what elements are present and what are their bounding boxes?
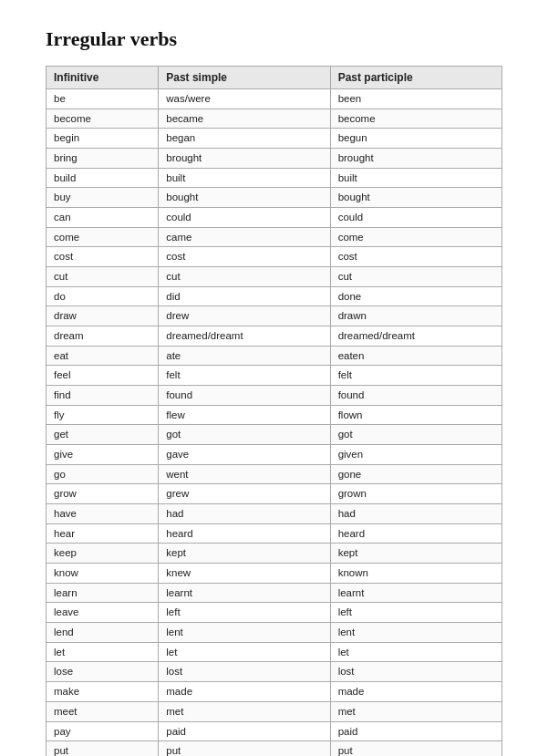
table-row: paypaidpaid [47,721,502,741]
col-header-past-participle: Past participle [330,67,501,89]
table-row: loselostlost [47,662,502,682]
table-cell-10-2: done [330,286,501,306]
table-cell-28-2: let [330,642,501,662]
table-cell-29-0: lose [47,662,159,682]
table-row: lendlentlent [47,623,502,643]
table-cell-27-0: lend [47,623,159,643]
table-cell-17-2: got [330,425,501,445]
table-cell-9-2: cut [330,267,501,287]
table-cell-26-2: left [330,603,501,623]
table-cell-18-1: gave [159,445,330,465]
table-cell-16-2: flown [330,405,501,425]
table-row: becomebecamebecome [47,109,502,129]
table-cell-5-2: bought [330,188,501,208]
table-row: buildbuiltbuilt [47,168,502,188]
table-cell-11-1: drew [159,306,330,326]
table-row: havehadhad [47,504,502,524]
table-row: knowknewknown [47,564,502,584]
table-cell-31-2: met [330,701,501,721]
table-cell-6-0: can [47,208,159,228]
table-cell-7-2: come [330,227,501,247]
table-cell-10-0: do [47,286,159,306]
table-row: learnlearntlearnt [47,583,502,603]
table-row: letletlet [47,642,502,662]
table-cell-27-2: lent [330,623,501,643]
table-cell-22-2: heard [330,523,501,544]
table-cell-1-2: become [330,109,501,129]
table-row: comecamecome [47,227,502,247]
table-cell-13-1: ate [159,346,330,366]
table-cell-3-0: bring [47,149,159,169]
table-cell-18-0: give [47,445,159,465]
table-cell-14-2: felt [330,366,501,386]
table-cell-32-1: paid [159,721,330,741]
table-row: bewas/werebeen [47,89,502,109]
table-cell-9-0: cut [47,267,159,287]
table-cell-23-2: kept [330,544,501,564]
table-cell-12-1: dreamed/dreamt [159,326,330,347]
table-cell-4-2: built [330,168,501,188]
table-cell-28-1: let [159,642,330,662]
table-cell-11-0: draw [47,306,159,326]
table-cell-29-2: lost [330,662,501,682]
table-cell-9-1: cut [159,267,330,287]
table-cell-3-2: brought [330,149,501,169]
table-cell-19-2: gone [330,464,501,484]
table-cell-15-2: found [330,386,501,406]
table-cell-17-0: get [47,425,159,445]
table-row: beginbeganbegun [47,129,502,149]
table-cell-30-2: made [330,682,501,702]
table-cell-4-1: built [159,168,330,188]
table-cell-27-1: lent [159,623,330,643]
table-cell-16-0: fly [47,405,159,425]
table-cell-15-0: find [47,386,159,406]
table-cell-30-0: make [47,682,159,702]
table-row: givegavegiven [47,445,502,465]
table-row: dreamdreamed/dreamtdreamed/dreamt [47,326,502,347]
table-cell-21-2: had [330,504,501,524]
table-cell-8-0: cost [47,247,159,267]
table-cell-5-1: bought [159,188,330,208]
table-cell-24-2: known [330,564,501,584]
table-cell-7-0: come [47,227,159,247]
table-cell-20-0: grow [47,484,159,504]
table-cell-29-1: lost [159,662,330,682]
table-row: putputput [47,741,502,756]
table-row: gowentgone [47,464,502,484]
table-row: hearheardheard [47,523,502,544]
table-row: eatateeaten [47,346,502,366]
table-cell-24-0: know [47,564,159,584]
irregular-verbs-table: Infinitive Past simple Past participle b… [46,66,502,756]
table-row: drawdrewdrawn [47,306,502,326]
table-row: growgrewgrown [47,484,502,504]
table-cell-11-2: drawn [330,306,501,326]
table-row: bringbroughtbrought [47,149,502,169]
table-cell-16-1: flew [159,405,330,425]
table-row: keepkeptkept [47,544,502,564]
table-cell-7-1: came [159,227,330,247]
table-cell-0-1: was/were [159,89,330,109]
col-header-past-simple: Past simple [159,67,330,89]
table-cell-19-0: go [47,464,159,484]
table-row: costcostcost [47,247,502,267]
table-cell-17-1: got [159,425,330,445]
table-cell-21-0: have [47,504,159,524]
table-row: makemademade [47,682,502,702]
table-cell-1-0: become [47,109,159,129]
table-cell-25-0: learn [47,583,159,603]
table-cell-13-0: eat [47,346,159,366]
table-cell-26-1: left [159,603,330,623]
table-row: feelfeltfelt [47,366,502,386]
page-title: Irregular verbs [46,27,502,51]
table-cell-32-2: paid [330,721,501,741]
table-cell-30-1: made [159,682,330,702]
table-row: meetmetmet [47,701,502,721]
table-cell-20-1: grew [159,484,330,504]
table-cell-31-0: meet [47,701,159,721]
table-cell-2-2: begun [330,129,501,149]
table-cell-0-0: be [47,89,159,109]
table-row: cutcutcut [47,267,502,287]
table-cell-24-1: knew [159,564,330,584]
table-cell-32-0: pay [47,721,159,741]
table-cell-19-1: went [159,464,330,484]
